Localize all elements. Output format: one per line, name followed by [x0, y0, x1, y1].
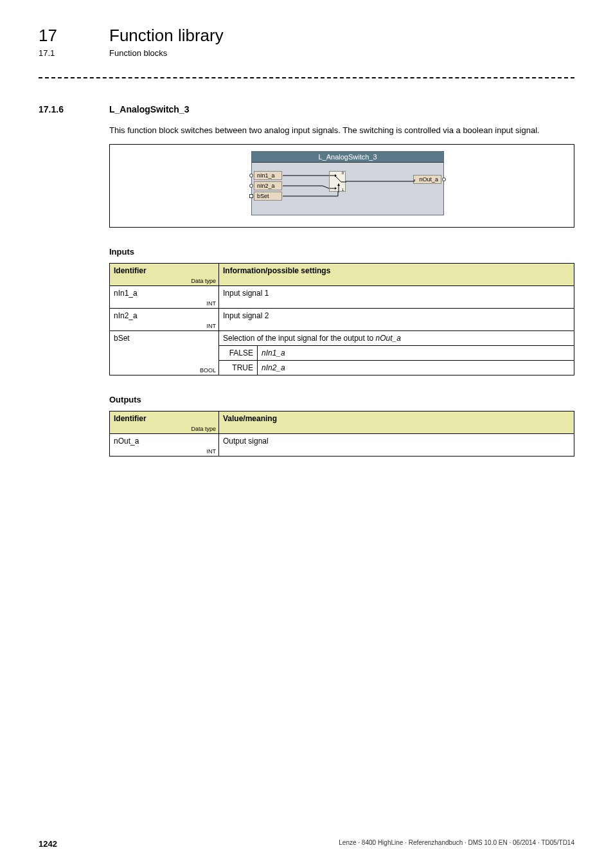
cell-info: Selection of the input signal for the ou…	[219, 331, 574, 346]
chapter-title: Function library	[109, 26, 224, 46]
cell-desc: nIn2_a	[258, 361, 574, 375]
table-row: nIn2_a INT Input signal 2	[110, 309, 574, 331]
table-row: nIn1_a INT Input signal 1	[110, 286, 574, 309]
header-identifier: Identifier	[114, 414, 147, 423]
subchapter-title: Function blocks	[109, 48, 167, 58]
port-nin2: nIn2_a	[254, 181, 282, 190]
port-nin1: nIn1_a	[254, 171, 282, 180]
block-diagram: L_AnalogSwitch_3 nIn1_a nIn2_a bSet nOut…	[109, 144, 574, 228]
function-block-title: L_AnalogSwitch_3	[252, 152, 443, 163]
connector-icon	[249, 174, 253, 177]
section-header: 17.1.6 L_AnalogSwitch_3	[39, 104, 574, 114]
cell-identifier: nOut_a INT	[110, 434, 219, 457]
footer-text: Lenze · 8400 HighLine · Referenzhandbuch…	[339, 839, 574, 849]
function-block: L_AnalogSwitch_3 nIn1_a nIn2_a bSet nOut…	[251, 151, 444, 215]
inputs-table: Identifier Data type Information/possibl…	[109, 263, 574, 375]
chapter-header: 17 Function library	[39, 26, 574, 46]
section-description: This function block switches between two…	[109, 125, 574, 136]
chapter-number: 17	[39, 26, 84, 46]
cell-info: Input signal 1	[219, 286, 574, 309]
section-number: 17.1.6	[39, 104, 84, 114]
svg-line-3	[335, 176, 341, 182]
table-header-row: Identifier Data type Value/meaning	[110, 411, 574, 434]
ident-dtype: INT	[207, 323, 217, 329]
switch-symbol: 0 1	[329, 171, 346, 192]
svg-marker-5	[335, 187, 337, 190]
page-number: 1242	[39, 839, 57, 849]
ident-name: nOut_a	[114, 437, 139, 446]
ident-dtype: INT	[207, 300, 217, 307]
section-title: L_AnalogSwitch_3	[109, 104, 189, 114]
header-datatype: Data type	[191, 426, 216, 432]
connector-icon	[249, 194, 253, 198]
ident-name: bSet	[114, 334, 130, 343]
cell-desc: nIn1_a	[258, 346, 574, 361]
svg-line-10	[323, 186, 329, 188]
table-row: bSet BOOL Selection of the input signal …	[110, 331, 574, 346]
svg-marker-7	[337, 183, 340, 186]
subchapter-header: 17.1 Function blocks	[39, 48, 574, 58]
connector-icon	[442, 177, 446, 181]
cell-info: Output signal	[219, 434, 574, 457]
cell-identifier: nIn1_a INT	[110, 286, 219, 309]
bset-info-italic: nOut_a	[376, 334, 401, 343]
divider	[39, 77, 574, 78]
outputs-table: Identifier Data type Value/meaning nOut_…	[109, 411, 574, 457]
header-datatype: Data type	[191, 278, 216, 284]
switch-icon	[330, 172, 346, 192]
cell-info: Input signal 2	[219, 309, 574, 331]
table-row: nOut_a INT Output signal	[110, 434, 574, 457]
bset-info-text: Selection of the input signal for the ou…	[223, 334, 376, 343]
col-info: Information/possible settings	[219, 264, 574, 286]
cell-value: TRUE	[219, 361, 258, 375]
port-bset: bSet	[254, 192, 282, 201]
col-identifier: Identifier Data type	[110, 411, 219, 434]
cell-value: FALSE	[219, 346, 258, 361]
connector-icon	[249, 184, 253, 188]
ident-name: nIn1_a	[114, 289, 138, 298]
ident-dtype: INT	[207, 448, 217, 455]
table-header-row: Identifier Data type Information/possibl…	[110, 264, 574, 286]
port-nout: nOut_a	[413, 175, 441, 184]
subchapter-number: 17.1	[39, 48, 84, 58]
col-info: Value/meaning	[219, 411, 574, 434]
cell-identifier: bSet BOOL	[110, 331, 219, 375]
cell-identifier: nIn2_a INT	[110, 309, 219, 331]
header-identifier: Identifier	[114, 266, 147, 275]
ident-dtype: BOOL	[200, 367, 216, 374]
outputs-heading: Outputs	[109, 395, 574, 404]
inputs-heading: Inputs	[109, 247, 574, 257]
page-footer: 1242 Lenze · 8400 HighLine · Referenzhan…	[39, 839, 574, 849]
col-identifier: Identifier Data type	[110, 264, 219, 286]
ident-name: nIn2_a	[114, 311, 138, 320]
